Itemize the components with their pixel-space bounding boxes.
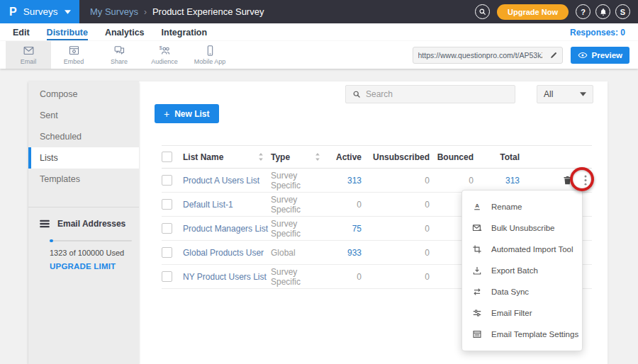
column-header-unsubscribed[interactable]: Unsubscribed xyxy=(362,152,430,162)
survey-nav: EditDistributeAnalyticsIntegration Respo… xyxy=(0,23,638,41)
new-list-button[interactable]: + New List xyxy=(155,104,219,123)
avatar[interactable]: S xyxy=(615,4,630,19)
tab-distribute[interactable]: Distribute xyxy=(47,25,88,40)
active-count: 933 xyxy=(328,248,362,258)
column-header-total[interactable]: Total xyxy=(474,152,520,162)
search-icon xyxy=(352,90,361,98)
sidebar-item-scheduled[interactable]: Scheduled xyxy=(28,126,139,147)
channel-label: Mobile App xyxy=(194,58,226,65)
channel-label: Embed xyxy=(64,58,84,65)
column-header-active[interactable]: Active xyxy=(328,152,362,162)
menu-item-rename[interactable]: ARename xyxy=(462,196,582,217)
menu-item-export-batch[interactable]: Export Batch xyxy=(462,260,582,281)
mobile-app-icon xyxy=(204,45,216,57)
chevron-down-icon xyxy=(580,92,586,96)
row-menu-button[interactable] xyxy=(584,175,587,186)
menu-item-data-sync[interactable]: Data Sync xyxy=(462,281,582,302)
channel-email[interactable]: Email xyxy=(6,41,51,69)
channel-tabs: EmailEmbedShare$AudienceMobile App xyxy=(6,41,233,69)
list-type: Global xyxy=(271,248,328,258)
channel-label: Email xyxy=(21,58,37,65)
channel-share[interactable]: Share xyxy=(96,41,142,69)
list-type: Survey Specific xyxy=(271,267,328,287)
unsubscribed-count: 0 xyxy=(362,248,430,258)
email-template-settings-icon xyxy=(472,329,482,339)
column-header-list-name[interactable]: List Name xyxy=(183,152,271,162)
svg-text:A: A xyxy=(475,203,479,209)
channel-audience[interactable]: $Audience xyxy=(142,41,187,69)
data-sync-icon xyxy=(472,287,482,297)
tab-edit[interactable]: Edit xyxy=(13,25,30,40)
column-header-type[interactable]: Type xyxy=(271,152,328,162)
svg-text:$: $ xyxy=(159,45,162,51)
row-checkbox[interactable] xyxy=(162,175,172,186)
list-type: Survey Specific xyxy=(271,171,328,190)
breadcrumb-my-surveys[interactable]: My Surveys xyxy=(90,6,138,17)
email-usage-progress-fill xyxy=(50,239,53,242)
active-count: 75 xyxy=(328,224,362,234)
channel-mobile-app[interactable]: Mobile App xyxy=(187,41,233,69)
unsubscribed-count: 0 xyxy=(362,224,430,234)
email-addresses-section: Email Addresses 1323 of 100000 Used UPGR… xyxy=(28,207,139,271)
list-name-link[interactable]: Global Products User xyxy=(183,248,271,258)
sidebar: ComposeSentScheduledListsTemplates Email… xyxy=(28,81,139,364)
menu-item-label: Bulk Unsubscribe xyxy=(491,224,554,232)
menu-item-email-filter[interactable]: Email Filter xyxy=(462,302,582,324)
sidebar-item-lists[interactable]: Lists xyxy=(28,147,139,169)
row-checkbox[interactable] xyxy=(162,271,172,282)
survey-url-input[interactable] xyxy=(413,51,545,59)
distribute-toolbar: EmailEmbedShare$AudienceMobile App Previ… xyxy=(0,41,638,69)
upgrade-now-button[interactable]: Upgrade Now xyxy=(497,4,569,20)
responses-count[interactable]: Responses: 0 xyxy=(570,28,625,38)
active-count: 313 xyxy=(328,176,362,186)
surveys-menu[interactable]: P Surveys xyxy=(0,0,79,23)
channel-embed[interactable]: Embed xyxy=(51,41,96,69)
list-name-link[interactable]: Product A Users List xyxy=(183,176,271,186)
list-filter-value: All xyxy=(544,89,553,99)
tab-integration[interactable]: Integration xyxy=(162,25,208,40)
edit-url-button[interactable] xyxy=(545,47,562,63)
embed-icon xyxy=(68,45,80,57)
delete-list-button[interactable] xyxy=(562,175,573,186)
notifications-button[interactable] xyxy=(595,4,610,19)
new-list-label: New List xyxy=(174,109,209,119)
row-checkbox[interactable] xyxy=(162,223,172,234)
sidebar-item-compose[interactable]: Compose xyxy=(28,84,139,105)
row-checkbox[interactable] xyxy=(162,199,172,210)
channel-label: Audience xyxy=(151,58,178,65)
channel-label: Share xyxy=(111,58,128,65)
sidebar-item-sent[interactable]: Sent xyxy=(28,105,139,126)
preview-button[interactable]: Preview xyxy=(571,47,629,64)
product-name: Surveys xyxy=(23,6,58,17)
list-name-link[interactable]: NY Product Users List xyxy=(183,272,271,282)
list-name-link[interactable]: Product Managers List xyxy=(183,224,271,234)
menu-item-automated-import-tool[interactable]: Automated Import Tool xyxy=(462,239,582,260)
sort-icon[interactable] xyxy=(315,153,320,161)
tab-analytics[interactable]: Analytics xyxy=(105,25,145,40)
sort-icon[interactable] xyxy=(258,153,264,161)
email-usage-text: 1323 of 100000 Used xyxy=(50,249,132,257)
upgrade-limit-link[interactable]: UPGRADE LIMIT xyxy=(50,262,132,271)
list-search-input[interactable] xyxy=(366,89,508,99)
bell-icon xyxy=(599,8,608,16)
sidebar-item-templates[interactable]: Templates xyxy=(28,169,139,190)
menu-item-label: Data Sync xyxy=(491,288,529,296)
automated-import-icon xyxy=(472,244,482,254)
bulk-unsubscribe-icon xyxy=(472,223,482,233)
help-button[interactable]: ? xyxy=(576,4,591,19)
menu-item-label: Email Filter xyxy=(491,309,532,317)
menu-item-label: Rename xyxy=(491,203,522,211)
table-row: Product A Users ListSurvey Specific31300… xyxy=(162,169,592,193)
list-name-link[interactable]: Default List-1 xyxy=(183,200,271,210)
menu-item-email-template-settings[interactable]: Email Template Settings xyxy=(462,324,582,345)
export-batch-icon xyxy=(472,266,482,275)
nav-tabs: EditDistributeAnalyticsIntegration xyxy=(13,25,207,40)
list-filter-dropdown[interactable]: All xyxy=(537,85,593,103)
select-all-checkbox[interactable] xyxy=(162,152,172,162)
row-checkbox[interactable] xyxy=(162,247,172,258)
menu-item-bulk-unsubscribe[interactable]: Bulk Unsubscribe xyxy=(462,217,582,239)
search-button[interactable] xyxy=(475,4,490,19)
list-type: Survey Specific xyxy=(271,195,328,215)
column-header-bounced[interactable]: Bounced xyxy=(430,152,474,162)
list-search-box xyxy=(345,85,515,103)
